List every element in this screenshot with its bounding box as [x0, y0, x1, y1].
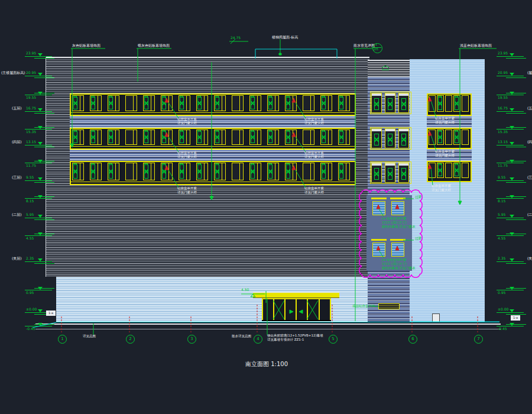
window-band-sill-row3: [70, 182, 356, 182]
note-glass-curtainwall: 钢化夹胶玻璃(12+1.52PVB+12)幕墙详见幕墙专项设计 ZZ1-1: [267, 334, 323, 342]
vent-mark: [162, 96, 166, 98]
window-note-right: 铝合金平开窗详见门窗大样: [435, 117, 455, 125]
level-line2-right: [506, 58, 526, 59]
level-value-right: ±0.00: [498, 308, 508, 312]
storefront-mullion: [307, 299, 308, 320]
level-line-left: [25, 261, 52, 262]
casement-open-mark: [339, 164, 343, 179]
section-chip-right: 1-a: [511, 315, 520, 321]
vent-mark: [162, 130, 166, 132]
window-mullion: [328, 130, 329, 144]
window-mullion: [310, 130, 311, 144]
casement-open-mark: [339, 131, 343, 143]
window-mullion: [293, 163, 293, 180]
level-line-left: [25, 111, 52, 112]
lintel-bar: [371, 239, 387, 241]
level-line2-left: [34, 58, 54, 59]
level-triangle-left: [38, 108, 43, 111]
casement-open-mark: [73, 97, 77, 109]
window-mullion: [239, 96, 240, 111]
callout-stair-roof-level: 楼梯间屋面-标高: [272, 35, 298, 40]
level-value-right: 9.55: [498, 176, 505, 180]
window-mullion: [222, 130, 222, 144]
level-value-right: 8.15: [498, 199, 505, 203]
floor-label-right: (五层): [527, 106, 532, 111]
lintel-bar: [390, 239, 406, 241]
level-line-right: [497, 111, 524, 112]
tower-window-head: [399, 163, 408, 166]
level-line2-left: [34, 288, 54, 289]
level-triangle-right: [510, 215, 514, 218]
section-chip-left: 1-a: [46, 310, 56, 316]
vent-mark: [322, 130, 325, 132]
window-unit: [303, 130, 314, 145]
window-mullion: [257, 163, 258, 180]
tower-window-head: [372, 129, 381, 131]
level-triangle-right: [510, 309, 514, 312]
level-line2-left: [34, 234, 54, 234]
level-line-right: [497, 145, 524, 145]
level-value-left: 11.75: [26, 164, 36, 168]
vent-mark: [91, 96, 95, 98]
level-value-left: 0.95: [26, 291, 34, 295]
window-mullion: [186, 163, 187, 180]
level-value-left: 19.55: [26, 96, 36, 100]
level-value-right: -0.45: [498, 327, 507, 331]
window-mullion: [275, 163, 275, 180]
window-note: 铝合金平开窗详见门窗大样: [177, 151, 197, 159]
window-mullion: [239, 163, 240, 180]
floor-label-left: (二层): [12, 213, 22, 217]
window-unit: [303, 95, 314, 111]
casement-open-mark: [455, 164, 459, 176]
vent-mark: [455, 130, 458, 132]
casement-open-mark: [180, 164, 184, 179]
level-line2-left: [34, 147, 54, 147]
grid-bubble-3: 3: [187, 335, 196, 344]
level-triangle-right: [510, 142, 514, 145]
vent-mark: [286, 130, 290, 132]
casement-open-mark: [91, 131, 95, 143]
window-mullion: [222, 96, 222, 111]
vent-mark: [144, 130, 148, 132]
window-mullion: [293, 130, 293, 144]
storefront-mullion: [319, 299, 320, 320]
window-note: 铝合金平开窗详见门窗大样: [304, 117, 324, 125]
entrance-threshold: [262, 320, 331, 321]
casement-open-mark: [197, 97, 202, 109]
floor-label-left: (四层): [12, 140, 22, 144]
casement-open-mark: [388, 168, 392, 180]
tower-window-head: [385, 93, 395, 96]
window-unit: [232, 95, 244, 111]
level-line2-right: [506, 263, 526, 264]
casement-open-mark: [286, 131, 290, 143]
leader-dot: [279, 53, 281, 55]
vent-mark: [438, 163, 442, 165]
casement-open-mark: [438, 131, 442, 143]
casement-open-mark: [455, 97, 459, 110]
window-mullion: [115, 163, 116, 180]
louver-window: [372, 242, 385, 257]
casement-open-mark: [109, 164, 113, 179]
grid-bubble-4: 4: [254, 335, 262, 344]
level-triangle-left: [38, 215, 43, 218]
vent-mark: [91, 163, 95, 165]
level-value-right: 11.75: [498, 164, 508, 168]
level-line2-right: [506, 324, 526, 325]
callout-cladding-silver: 银灰色铝板幕墙饰面: [138, 44, 170, 48]
level-line-left: [25, 76, 52, 76]
grid-bubble-2: 2: [126, 335, 135, 344]
level-triangle-left: [38, 142, 43, 145]
vent-mark: [455, 163, 458, 165]
window-mullion: [275, 96, 275, 111]
casement-open-mark: [401, 134, 406, 145]
casement-open-mark: [438, 164, 442, 176]
lintel-bar: [390, 198, 406, 199]
level-value-left: ±0.00: [26, 308, 37, 312]
level-value-left: 16.75: [26, 106, 36, 111]
level-triangle-left: [38, 177, 43, 180]
canopy-level-value: 4.50: [241, 288, 249, 292]
level-triangle-right: [510, 108, 514, 111]
casement-open-mark: [109, 131, 113, 143]
casement-open-mark: [401, 168, 406, 180]
casement-open-mark: [251, 131, 255, 143]
